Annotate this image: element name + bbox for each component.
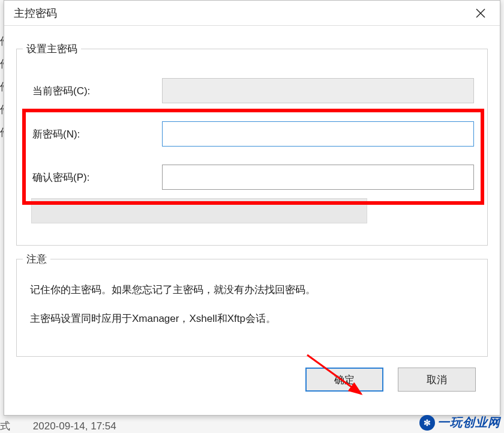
- current-password-input: [162, 78, 474, 103]
- cancel-button[interactable]: 取消: [398, 368, 476, 392]
- set-master-password-group: 设置主密码 当前密码(C): 新密码(N): 确认密码(P):: [16, 49, 488, 246]
- note-title: 注意: [23, 252, 50, 266]
- new-password-row: 新密码(N):: [30, 121, 474, 147]
- new-password-label: 新密码(N):: [30, 127, 162, 141]
- dialog-title: 主控密码: [14, 6, 57, 20]
- note-group: 注意 记住你的主密码。如果您忘记了主密码，就没有办法找回密码。 主密码设置同时应…: [16, 259, 488, 357]
- watermark: ✻ 一玩创业网: [419, 414, 500, 431]
- background-footer: 式 2020-09-14, 17:54: [0, 419, 116, 433]
- dialog-content: 设置主密码 当前密码(C): 新密码(N): 确认密码(P): 注意 记住你的主…: [4, 26, 500, 398]
- confirm-password-row: 确认密码(P):: [30, 165, 474, 190]
- current-password-label: 当前密码(C):: [30, 84, 162, 98]
- confirm-password-label: 确认密码(P):: [30, 171, 162, 184]
- group-title: 设置主密码: [23, 42, 81, 56]
- note-line-1: 记住你的主密码。如果您忘记了主密码，就没有办法找回密码。: [30, 282, 474, 298]
- new-password-input[interactable]: [162, 121, 474, 147]
- password-strength-bar: [31, 198, 367, 223]
- master-password-dialog: 主控密码 设置主密码 当前密码(C): 新密码(N): 确认密码(P): 注意: [4, 0, 500, 416]
- dialog-buttons: 确定 取消: [16, 357, 488, 392]
- close-icon: [476, 8, 485, 18]
- watermark-logo-icon: ✻: [419, 415, 435, 431]
- close-button[interactable]: [469, 4, 493, 22]
- confirm-password-input[interactable]: [162, 165, 474, 190]
- note-line-2: 主密码设置同时应用于Xmanager，Xshell和Xftp会话。: [30, 311, 474, 327]
- watermark-text: 一玩创业网: [437, 414, 500, 431]
- titlebar: 主控密码: [4, 1, 500, 26]
- current-password-row: 当前密码(C):: [30, 78, 474, 103]
- ok-button[interactable]: 确定: [305, 368, 383, 392]
